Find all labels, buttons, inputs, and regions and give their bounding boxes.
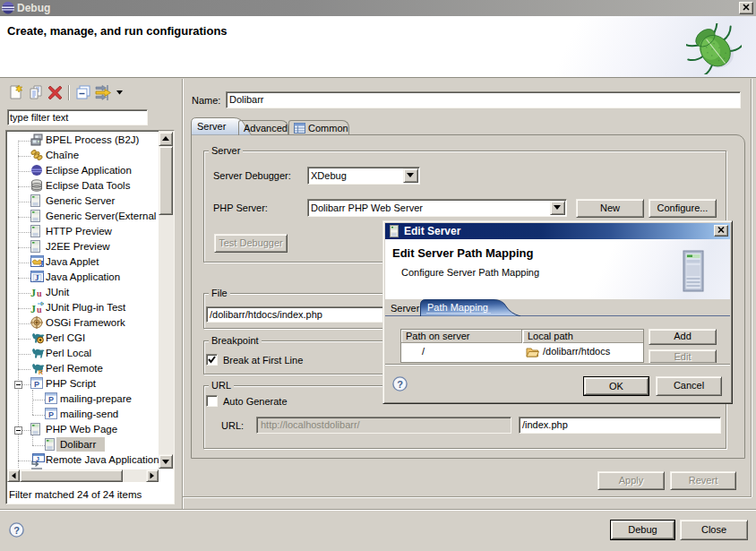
svg-text:J: J [30,303,36,314]
svg-text:P: P [48,410,54,419]
svg-text:?: ? [397,379,403,390]
svg-text:R: R [39,369,43,375]
svg-text:u: u [37,305,42,314]
svg-text:u: u [37,288,42,298]
svg-text:P: P [34,380,39,389]
svg-text:J: J [36,456,39,462]
svg-text:P: P [48,395,54,404]
svg-text:J: J [39,259,44,268]
svg-text:J: J [30,287,36,299]
svg-text:?: ? [13,525,20,536]
svg-text:J: J [35,273,39,282]
